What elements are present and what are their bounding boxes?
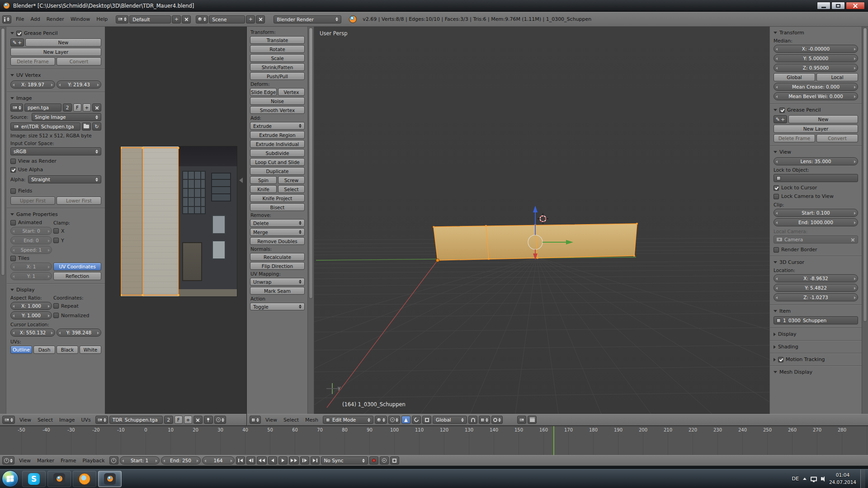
menu-item[interactable]: Mesh (302, 416, 321, 424)
open-file-button[interactable] (82, 122, 91, 131)
image-path-field[interactable]: en\TDR_Schuppen.tga (10, 122, 80, 131)
convert-button[interactable]: Convert (57, 57, 101, 66)
view-as-render-toggle[interactable]: View as Render (10, 158, 101, 164)
cursor-3d[interactable] (538, 213, 548, 224)
snap-magnet-button[interactable] (468, 416, 477, 424)
taskbar-blender[interactable] (47, 471, 71, 487)
lock-object-field[interactable] (774, 174, 858, 182)
menu-item[interactable]: View (16, 416, 34, 424)
fake-user-button[interactable]: F (73, 103, 81, 112)
aspect-x-field[interactable]: X: 1.000 (10, 302, 52, 310)
tool-button[interactable]: Bisect (250, 203, 305, 211)
menu-item[interactable]: Select (34, 416, 56, 424)
menu-item[interactable]: Help (93, 15, 111, 23)
use-alpha-toggle[interactable]: Use Alpha (10, 167, 101, 173)
viewport-3d[interactable]: User Persp y (164) 1_0300_Schuppen (314, 27, 769, 414)
tool-button[interactable]: Smooth Vertex (250, 106, 305, 114)
median-x-field[interactable]: X: -0.00000 (774, 45, 858, 53)
tool-button[interactable]: Spin (250, 176, 277, 184)
delete-frame-button[interactable]: Delete Frame (774, 134, 815, 142)
use-alpha-checkbox[interactable] (10, 167, 16, 173)
keying-set-button[interactable] (380, 456, 389, 465)
close-icon[interactable] (851, 238, 855, 242)
taskbar-blender-active[interactable] (98, 471, 122, 487)
extrude-menu-button[interactable]: Extrude (250, 122, 305, 130)
uv-coordinates-button[interactable]: UV Coordinates (53, 263, 101, 271)
new-layer-button[interactable]: New Layer (10, 48, 101, 56)
menu-item[interactable]: Window (67, 15, 93, 23)
manipulator-rotate-button[interactable] (412, 416, 421, 424)
viewport-canvas[interactable] (314, 27, 769, 414)
cursor-z-field[interactable]: Z: -1.0273 (774, 293, 858, 301)
snap-element-button[interactable] (479, 416, 490, 424)
taskbar-firefox[interactable] (73, 471, 96, 487)
current-frame-field[interactable]: 164 (202, 456, 235, 465)
uv-panel-scrollbar[interactable] (0, 27, 6, 414)
toolshelf-scrollbar[interactable] (308, 27, 314, 414)
mode-select[interactable]: Edit Mode (323, 416, 373, 424)
repeat-toggle[interactable]: Repeat (53, 303, 101, 309)
opengl-render-anim-button[interactable] (528, 416, 537, 424)
image-name-field[interactable]: ppen.tga (24, 103, 61, 112)
view-as-render-checkbox[interactable] (10, 159, 16, 164)
panel-header-shading[interactable]: Shading (774, 344, 858, 350)
menu-item[interactable]: Frame (57, 457, 79, 465)
local-camera-field[interactable]: Camera (774, 235, 858, 244)
minimize-button[interactable] (817, 2, 830, 9)
panel-header-display[interactable]: Display (10, 287, 101, 293)
editor-type-button[interactable] (2, 416, 15, 424)
uv-wireframe[interactable] (121, 146, 237, 296)
anim-end-field[interactable]: End: 0 (10, 236, 52, 244)
preview-range-button[interactable] (109, 456, 118, 465)
panel-header-mesh-display[interactable]: Mesh Display (774, 369, 858, 375)
tray-expand-icon[interactable] (803, 478, 807, 480)
manipulator-scale-button[interactable] (422, 416, 431, 424)
cursor-y-field[interactable]: Y: 398.248 (57, 328, 101, 337)
anim-start-field[interactable]: Start: 0 (10, 227, 52, 235)
add-scene-button[interactable]: + (246, 15, 255, 23)
editor-type-button[interactable] (2, 15, 11, 23)
play-reverse-button[interactable] (268, 456, 277, 465)
tool-button[interactable]: Slide Edge (250, 88, 277, 96)
insert-keyframe-button[interactable] (390, 456, 399, 465)
uv-draw-mode-button[interactable]: White (80, 346, 101, 354)
start-button[interactable] (2, 470, 19, 487)
menu-item[interactable]: Image (56, 416, 78, 424)
menu-item[interactable]: File (13, 15, 27, 23)
menu-item[interactable]: Marker (34, 457, 57, 465)
panel-header-motion-tracking[interactable]: Motion Tracking (774, 357, 858, 362)
add-screen-button[interactable]: + (172, 15, 181, 23)
viewport-shading-button[interactable] (375, 416, 387, 424)
grease-pencil-draw-button[interactable]: ✎+ (774, 115, 787, 123)
image-pin-button[interactable] (204, 416, 213, 424)
npanel-scrollbar[interactable] (862, 27, 868, 414)
menu-item[interactable]: Playback (79, 457, 108, 465)
image-users-count[interactable]: 2 (164, 416, 173, 424)
uv-vertices[interactable] (121, 147, 179, 296)
tool-button[interactable]: Knife Project (250, 194, 305, 202)
jump-next-keyframe-button[interactable] (300, 456, 309, 465)
panel-header-display[interactable]: Display (774, 331, 858, 337)
network-icon[interactable] (811, 477, 817, 481)
delete-frame-button[interactable]: Delete Frame (10, 57, 55, 66)
grease-pencil-checkbox[interactable] (779, 108, 785, 113)
region-toggle-arrow[interactable] (239, 178, 243, 183)
grease-pencil-new-button[interactable]: New (25, 38, 101, 47)
normalized-checkbox[interactable] (53, 313, 59, 318)
lock-camera-toggle[interactable]: Lock Camera to View (774, 193, 858, 199)
play-button[interactable] (278, 456, 288, 465)
local-button[interactable]: Local (816, 73, 858, 81)
mean-bevel-field[interactable]: Mean Bevel Wei: 0.000 (774, 92, 858, 100)
lower-first-button[interactable]: Lower First (57, 197, 101, 205)
cursor-x-field[interactable]: X: 550.132 (10, 328, 55, 337)
upper-first-button[interactable]: Upper First (10, 197, 55, 205)
colorspace-select[interactable]: sRGB (10, 147, 101, 155)
aspect-y-field[interactable]: Y: 1.000 (10, 311, 52, 319)
editor-type-button[interactable] (2, 456, 14, 465)
jump-to-start-button[interactable] (236, 456, 245, 465)
menu-item[interactable]: View (16, 457, 34, 465)
current-frame-playhead[interactable] (553, 426, 554, 455)
panel-header-image[interactable]: Image (10, 95, 101, 101)
tool-button[interactable]: Vertex (278, 88, 305, 96)
timeline-ruler[interactable]: -50-40-30-20-100102030405060708090100110… (0, 426, 868, 455)
